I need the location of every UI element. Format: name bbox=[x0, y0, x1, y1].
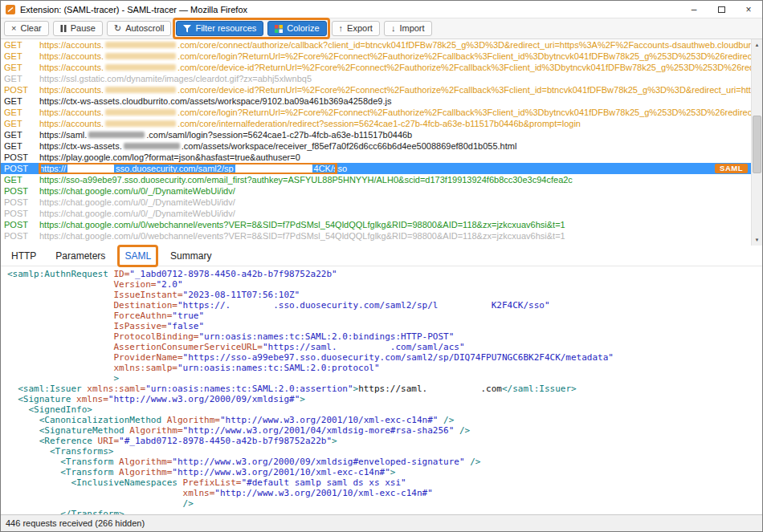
maximize-button[interactable] bbox=[708, 1, 735, 18]
request-method: GET bbox=[4, 118, 39, 129]
close-button[interactable]: × bbox=[735, 1, 762, 18]
list-scrollbar[interactable]: ▲ ▼ bbox=[751, 39, 762, 246]
pause-label: Pause bbox=[71, 24, 96, 33]
xml-line: <samlp:AuthnRequest ID="_1abd0712-8978-4… bbox=[7, 269, 762, 279]
xml-line: <Transform Algorithm="http://www.w3.org/… bbox=[7, 457, 762, 467]
xml-line: IsPassive="false" bbox=[7, 321, 762, 331]
xml-line: <saml:Issuer xmlns:saml="urn:oasis:names… bbox=[7, 384, 762, 394]
request-method: GET bbox=[4, 39, 39, 51]
redacted-text bbox=[105, 42, 176, 48]
request-url: https://accounts..com/core/internalfeder… bbox=[39, 118, 751, 129]
xml-line: xmlns:samlp="urn:oasis:names:tc:SAML:2.0… bbox=[7, 363, 762, 373]
scrollbar-thumb[interactable] bbox=[753, 116, 761, 173]
tab-summary[interactable]: Summary bbox=[169, 249, 212, 263]
clear-button[interactable]: × Clear bbox=[4, 21, 49, 36]
status-bar: 446 requests received (266 hidden) bbox=[1, 514, 762, 531]
xml-line: <Signature xmlns="http://www.w3.org/2000… bbox=[7, 394, 762, 404]
request-url: https://chat.google.com/u/0/webchannel/e… bbox=[39, 219, 751, 230]
request-row[interactable]: GEThttps://accounts..com/core/connect/au… bbox=[1, 39, 751, 51]
scroll-up-arrow[interactable]: ▲ bbox=[752, 39, 762, 51]
saml-xml-view: <samlp:AuthnRequest ID="_1abd0712-8978-4… bbox=[1, 266, 762, 514]
request-row[interactable]: POSThttps://play.google.com/log?format=j… bbox=[1, 152, 751, 163]
request-url: https://chat.google.com/u/0/webchannel/e… bbox=[39, 230, 751, 242]
request-row[interactable]: POSThttps://chat.google.com/u/0/_/Dynami… bbox=[1, 197, 751, 208]
request-url: https://chat.google.com/u/0/_/DynamiteWe… bbox=[39, 197, 751, 208]
autoscroll-button[interactable]: ↻ Autoscroll bbox=[107, 21, 172, 36]
request-method: GET bbox=[4, 62, 39, 73]
request-url: https://chat.google.com/u/0/_/DynamiteWe… bbox=[39, 208, 751, 219]
xml-line: xmlns="http://www.w3.org/2001/10/xml-exc… bbox=[7, 488, 762, 498]
colorize-button[interactable]: Colorize bbox=[267, 21, 326, 36]
tab-parameters[interactable]: Parameters bbox=[55, 249, 106, 263]
tab-saml[interactable]: SAML bbox=[124, 249, 152, 263]
request-url: https://accounts..com/core/login?ReturnU… bbox=[39, 107, 751, 118]
filter-colorize-group: Filter resources Colorize bbox=[175, 21, 327, 36]
xml-line: Version="2.0" bbox=[7, 279, 762, 290]
request-row[interactable]: GEThttps://ctx-ws-assets.cloudburrito.co… bbox=[1, 95, 751, 107]
xml-line: </Transform> bbox=[7, 509, 762, 514]
xml-line: <SignedInfo> bbox=[7, 404, 762, 415]
redacted-text bbox=[235, 164, 312, 173]
xml-line: <InclusiveNamespaces PrefixList="#defaul… bbox=[7, 477, 762, 488]
window-title: Extension: (SAML-tracer) - SAML-tracer —… bbox=[20, 5, 247, 14]
autoscroll-label: Autoscroll bbox=[125, 24, 164, 33]
pause-button[interactable]: Pause bbox=[53, 21, 103, 36]
request-url: https://accounts..com/core/device-id?Ret… bbox=[39, 62, 751, 73]
request-method: GET bbox=[4, 129, 39, 140]
import-icon: ↓ bbox=[391, 24, 396, 33]
xml-line: ProtocolBinding="urn:oasis:names:tc:SAML… bbox=[7, 331, 762, 342]
request-url: https://saml..com/saml/login?session=562… bbox=[39, 129, 751, 140]
request-list-pane: GEThttps://accounts..com/core/connect/au… bbox=[1, 39, 762, 246]
xml-line: <Transforms> bbox=[7, 446, 762, 457]
request-row[interactable]: GEThttps://accounts..com/core/device-id?… bbox=[1, 62, 751, 73]
request-row[interactable]: POSThttps://chat.google.com/u/0/_/Dynami… bbox=[1, 185, 751, 197]
saml-badge: SAML bbox=[715, 164, 748, 173]
request-method: GET bbox=[4, 140, 39, 152]
filter-resources-button[interactable]: Filter resources bbox=[176, 21, 263, 36]
request-row[interactable]: POSThttps://sso.duosecurity.com/saml2/sp… bbox=[1, 163, 751, 174]
request-row[interactable]: POSThttps://chat.google.com/u/0/_/Dynami… bbox=[1, 208, 751, 219]
clear-icon: × bbox=[11, 24, 16, 33]
request-row[interactable]: POSThttps://accounts..com/core/device-id… bbox=[1, 84, 751, 95]
request-row[interactable]: GEThttps://ssl.gstatic.com/dynamite/imag… bbox=[1, 73, 751, 84]
redacted-text bbox=[105, 64, 176, 71]
scroll-down-arrow[interactable]: ▼ bbox=[752, 234, 762, 246]
xml-line: <Reference URI="#_1abd0712-8978-4450-a42… bbox=[7, 436, 762, 446]
export-button[interactable]: ↑ Export bbox=[332, 21, 380, 36]
request-method: GET bbox=[4, 174, 39, 185]
filter-resources-label: Filter resources bbox=[195, 24, 256, 33]
funnel-icon bbox=[183, 25, 191, 33]
request-row[interactable]: GEThttps://saml..com/saml/login?session=… bbox=[1, 129, 751, 140]
request-url: https://ssl.gstatic.com/dynamite/images/… bbox=[39, 73, 751, 84]
export-icon: ↑ bbox=[339, 24, 344, 33]
tab-http[interactable]: HTTP bbox=[10, 249, 37, 263]
request-url: https://accounts..com/core/device-id?Ret… bbox=[39, 84, 751, 95]
request-row[interactable]: POSThttps://chat.google.com/u/0/webchann… bbox=[1, 219, 751, 230]
import-button[interactable]: ↓ Import bbox=[384, 21, 432, 36]
tab-saml-label: SAML bbox=[124, 250, 151, 262]
request-row[interactable]: GEThttps://accounts..com/core/login?Retu… bbox=[1, 51, 751, 62]
request-row[interactable]: GEThttps://accounts..com/core/internalfe… bbox=[1, 118, 751, 129]
xml-line: <CanonicalizationMethod Algorithm="http:… bbox=[7, 415, 762, 425]
colorize-label: Colorize bbox=[287, 24, 319, 33]
toolbar: × Clear Pause ↻ Autoscroll Filter resour… bbox=[1, 18, 762, 39]
minimize-button[interactable]: – bbox=[680, 1, 708, 18]
request-method: GET bbox=[4, 73, 39, 84]
request-url: https://chat.google.com/u/0/_/DynamiteWe… bbox=[39, 185, 751, 197]
request-url: https://accounts..com/core/login?ReturnU… bbox=[39, 51, 751, 62]
request-row[interactable]: GEThttps://accounts..com/core/login?Retu… bbox=[1, 107, 751, 118]
request-row[interactable]: GEThttps://ctx-ws-assets..com/assets/wor… bbox=[1, 140, 751, 152]
redacted-text bbox=[88, 132, 145, 138]
request-row[interactable]: GEThttps://sso-a99ebe97.sso.duosecurity.… bbox=[1, 174, 751, 185]
request-method: POST bbox=[4, 230, 39, 242]
window-controls: – × bbox=[680, 1, 762, 18]
xml-line: ForceAuthn="true" bbox=[7, 311, 762, 321]
clear-label: Clear bbox=[20, 24, 41, 33]
xml-line: ProviderName="https://sso-a99ebe97.sso.d… bbox=[7, 352, 762, 363]
request-url: https://ctx-ws-assets.cloudburrito.com/a… bbox=[39, 95, 751, 107]
redacted-text bbox=[124, 143, 180, 149]
colorize-icon bbox=[275, 25, 283, 33]
saml-tracer-window: Extension: (SAML-tracer) - SAML-tracer —… bbox=[0, 0, 763, 532]
request-row[interactable]: POSThttps://chat.google.com/u/0/webchann… bbox=[1, 230, 751, 242]
xml-line: /> bbox=[7, 498, 762, 509]
